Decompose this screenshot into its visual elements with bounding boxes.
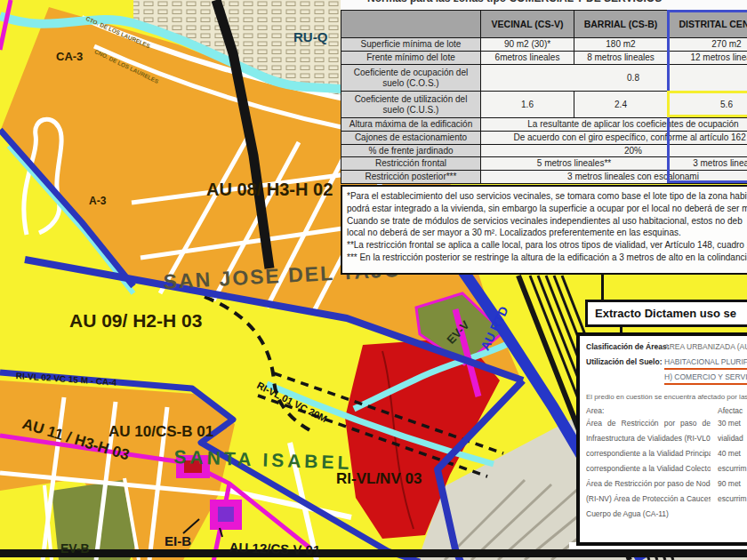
dictamen-row: Área de Restricción por paso de 30 met [586, 419, 747, 434]
row-label: Altura máxima de la edificación [341, 118, 481, 132]
footnote-line: *** En la restricción posterior se restr… [347, 252, 747, 264]
footnote-line: local no deberá de ser mayor a 30 m². Lo… [347, 227, 747, 239]
cell-value: 0.8 [481, 65, 747, 92]
cell-value: 12 metros lineales [668, 52, 747, 65]
dictamen-row-right: escurrim [718, 464, 747, 473]
zoning-plan-page: CA-3 RU-Q A-3 AU 08/ H3-H 02 SAN JOSE DE… [0, 0, 747, 560]
row-label: Frente mínimo del lote [341, 52, 481, 65]
dictamen-row: (RI-NV) Área de Protección a Cauces y es… [586, 494, 747, 509]
cell-value: 8 metros lineales [574, 52, 668, 65]
utilizacion-label: Utilización del Suelo: [586, 356, 664, 387]
norms-header-barrial: BARRIAL (CS-B) [574, 11, 668, 38]
dictamen-row-right: vialidad [718, 434, 743, 443]
zone-label-a3: A-3 [89, 196, 106, 206]
zone-label-au09: AU 09/ H2-H 03 [69, 311, 202, 330]
zone-label-rivlnv: RI-VL/NV 03 [336, 471, 422, 486]
row-label: Coeficiente de utilización del suelo (C.… [341, 92, 481, 118]
clasificacion-value: AREA URBANIZADA (AU [664, 341, 747, 352]
row-label: Coeficiente de ocupación del suelo (C.O.… [341, 65, 481, 92]
table-row: Cajones de estacionamiento De acuerdo co… [341, 132, 747, 145]
norms-header-row: VECINAL (CS-V) BARRIAL (CS-B) DISTRITAL … [341, 11, 747, 38]
clasificacion-label: Clasificación de Áreas: [586, 341, 664, 352]
table-row: Restricción posterior*** 3 metros lineal… [341, 171, 747, 184]
norms-header-distrital: DISTRITAL CENTRAL [668, 11, 747, 38]
dictamen-row-left: Área de Restricción por paso de [586, 419, 711, 428]
zone-label-ruq: RU-Q [293, 30, 327, 44]
dictamen-row-left: (RI-NV) Área de Protección a Cauces y [586, 494, 711, 503]
area-column-label: Area: [586, 406, 604, 415]
row-label: % de frente jardinado [341, 145, 481, 157]
norms-header-blank [341, 11, 481, 38]
dictamen-row-left: correspondiente a la Vialidad Colectora … [586, 464, 711, 473]
clasificacion-row: Clasificación de Áreas: AREA URBANIZADA … [586, 341, 747, 352]
park-label-evb: EV-B [60, 542, 90, 555]
cell-value: 2.4 [574, 92, 668, 118]
row-label: Restricción posterior*** [341, 171, 481, 184]
row-label: Restricción frontal [341, 157, 481, 171]
cell-value: 3 metros lineales con escalonami [481, 171, 747, 184]
cell-value: 3 metros lineales [668, 157, 747, 171]
utilizacion-value: H) COMERCIO Y SERVICI [664, 372, 747, 385]
table-row: Altura máxima de la edificación La resul… [341, 118, 747, 132]
table-row: Coeficiente de utilización del suelo (C.… [341, 92, 747, 118]
row-label: Superficie mínima de lote [341, 38, 481, 52]
extracto-title-box: Extracto Dictamen uso se [585, 300, 747, 327]
dictamen-row: Área de Restricción por paso de Nodo Via… [586, 479, 747, 494]
norms-table-title: Normas para las zonas tipo COMERCIAL Y D… [341, 0, 747, 10]
norms-table: VECINAL (CS-V) BARRIAL (CS-B) DISTRITAL … [341, 10, 747, 184]
dictamen-intro: El predio en cuestión se encuentra afect… [586, 393, 747, 401]
cell-value-highlighted: 5.6 [668, 92, 747, 118]
dictamen-row: Infraestructura de Vialidades (RI-VL01) … [586, 434, 747, 449]
dictamen-row: correspondiente a la Vialidad Principal … [586, 449, 747, 464]
dictamen-row-right: 40 met [718, 449, 741, 458]
dictamen-row-left: correspondiente a la Vialidad Principal … [586, 449, 711, 458]
cell-value: 180 m2 [574, 38, 668, 52]
dictamen-row-left: Infraestructura de Vialidades (RI-VL01) [586, 434, 711, 443]
dictamen-row: Cuerpo de Agua (CA-11) [586, 509, 747, 524]
footnote-line: **La restricción frontal se aplica a cal… [347, 239, 747, 252]
footnote-line: Cuando se trate de módulos de servicios … [347, 215, 747, 228]
utilizacion-value: HABITACIONAL PLURIFA [664, 356, 747, 370]
cell-value: 6metros lineales [481, 52, 574, 65]
connector-line [601, 275, 604, 300]
footnote-line: *Para el establecimiento del uso servici… [347, 190, 747, 203]
cell-value: 20% [481, 145, 747, 157]
afectacion-column-label: Afectac [718, 406, 743, 415]
row-label: Cajones de estacionamiento [341, 132, 481, 145]
norms-table-title-text: Normas para las zonas tipo COMERCIAL Y D… [341, 0, 747, 4]
table-row: Superficie mínima de lote 90 m2 (30)* 18… [341, 38, 747, 52]
cell-value: 1.6 [481, 92, 574, 118]
table-row: Frente mínimo del lote 6metros lineales … [341, 52, 747, 65]
dictamen-row-left: Área de Restricción por paso de Nodo Via… [586, 479, 711, 488]
table-row: % de frente jardinado 20% [341, 145, 747, 157]
table-row: Coeficiente de ocupación del suelo (C.O.… [341, 65, 747, 92]
zone-label-ca3: CA-3 [56, 51, 83, 62]
norms-header-vecinal: VECINAL (CS-V) [481, 11, 574, 38]
cell-value: La resultante de aplicar los coeficiente… [481, 118, 747, 132]
cell-value: 270 m2 [668, 38, 747, 52]
dictamen-row-right: escurrim [718, 494, 747, 503]
cell-value: De acuerdo con el giro específico, confo… [481, 132, 747, 145]
dictamen-box: Clasificación de Áreas: AREA URBANIZADA … [576, 332, 747, 546]
zone-label-au08: AU 08/ H3-H 02 [206, 180, 333, 198]
footnotes-box: *Para el establecimiento del uso servici… [341, 185, 747, 275]
dictamen-row-right: 90 met [718, 479, 741, 488]
dictamen-row-left: Cuerpo de Agua (CA-11) [586, 509, 711, 518]
cell-value: 90 m2 (30)* [481, 38, 574, 52]
extracto-title-text: Extracto Dictamen uso se [595, 307, 736, 320]
footnote-line: podrá estar integrado a la vivienda, sin… [347, 203, 747, 215]
utilizacion-row: Utilización del Suelo: HABITACIONAL PLUR… [586, 356, 747, 387]
zone-label-au12: AU 12/CS V 01 [229, 540, 320, 557]
zone-label-eib: EI-B [165, 534, 191, 548]
zone-label-au10: AU 10/CS-B 01 [108, 424, 213, 439]
utilizacion-values: HABITACIONAL PLURIFA H) COMERCIO Y SERVI… [664, 356, 747, 387]
cell-value: 5 metros lineales** [481, 157, 668, 171]
dictamen-row: correspondiente a la Vialidad Colectora … [586, 464, 747, 479]
table-row: Restricción frontal 5 metros lineales** … [341, 157, 747, 171]
dictamen-row-right: 30 met [718, 419, 741, 428]
dictamen-columns-header: Area: Afectac [586, 406, 747, 419]
